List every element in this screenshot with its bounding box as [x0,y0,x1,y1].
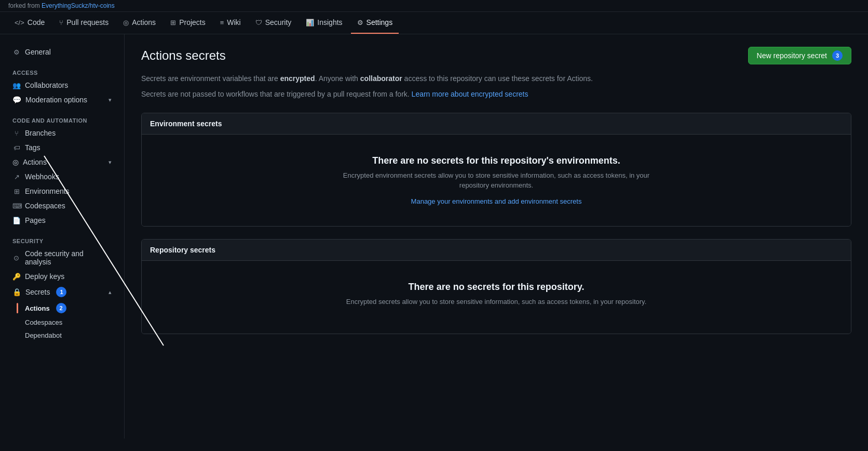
env-secrets-section: Environment secrets There are no secrets… [141,113,851,227]
sidebar-moderation-left: 💬 Moderation options [12,96,87,104]
sidebar-pages-label: Pages [25,216,46,224]
content-header: Actions secrets New repository secret 3 [141,47,851,64]
repo-secrets-section: Repository secrets There are no secrets … [141,239,851,335]
sidebar-secrets-sub-items: Actions 2 Codespaces Dependabot [8,300,116,342]
sidebar-item-environments[interactable]: ⊞ Environments [8,184,116,198]
tab-projects-label: Projects [179,18,206,26]
tab-settings[interactable]: ⚙ Settings [351,12,399,34]
general-icon: ⚙ [12,48,21,56]
tab-wiki[interactable]: ≡ Wiki [214,12,247,34]
sidebar-deploy-keys-label: Deploy keys [25,272,64,281]
repo-secrets-empty-desc: Encrypted secrets allow you to store sen… [341,297,652,307]
sidebar-section-code-automation: Code and automation [8,113,116,126]
repo-secrets-body: There are no secrets for this repository… [142,261,851,334]
tab-pull-requests[interactable]: ⑂ Pull requests [53,12,115,34]
insights-icon: 📊 [306,19,314,26]
forked-bar: forked from EverythingSuckz/htv-coins [0,0,868,12]
tab-code[interactable]: </> Code [8,12,51,34]
sidebar-code-security-label: Code security and analysis [25,249,112,266]
actions-icon: ◎ [123,19,129,26]
tab-security-label: Security [265,18,292,26]
sub-codespaces-label: Codespaces [25,319,62,326]
moderation-icon: 💬 [12,96,21,104]
desc-after1: . Anyone with [315,74,360,83]
sidebar-secrets-label: Secrets [25,288,50,296]
sidebar-item-collaborators[interactable]: 👥 Collaborators [8,78,116,92]
sidebar-item-general[interactable]: ⚙ General [8,45,116,59]
sidebar-item-codespaces[interactable]: ⌨ Codespaces [8,198,116,213]
sidebar: ⚙ General Access 👥 Collaborators 💬 Moder… [0,34,125,439]
env-secrets-link[interactable]: Manage your environments and add environ… [411,197,582,205]
env-secrets-empty-desc: Encrypted environment secrets allow you … [341,170,652,191]
sidebar-actions-left: ◎ Actions [12,158,47,166]
tab-actions-label: Actions [132,18,156,26]
sidebar-general-label: General [25,48,51,56]
sidebar-item-webhooks[interactable]: ↗ Webhooks [8,169,116,184]
tab-projects[interactable]: ⊞ Projects [164,12,212,34]
sidebar-item-moderation[interactable]: 💬 Moderation options ▾ [8,92,116,107]
tab-pull-requests-label: Pull requests [66,18,108,26]
wiki-icon: ≡ [220,19,224,26]
desc-end1: access to this repository can use these … [402,74,593,83]
sidebar-item-deploy-keys[interactable]: 🔑 Deploy keys [8,269,116,284]
sidebar-moderation-label: Moderation options [25,96,87,104]
environments-icon: ⊞ [12,188,21,195]
sidebar-sub-item-dependabot[interactable]: Dependabot [21,329,116,342]
repo-secrets-empty-title: There are no secrets for this repository… [154,282,838,293]
sidebar-item-tags[interactable]: 🏷 Tags [8,140,116,155]
forked-from-link[interactable]: EverythingSuckz/htv-coins [42,2,115,9]
tab-insights[interactable]: 📊 Insights [300,12,348,34]
secrets-badge: 1 [56,287,66,297]
new-secret-button[interactable]: New repository secret 3 [748,47,851,64]
desc-encrypted: encrypted [280,74,315,83]
sidebar-webhooks-label: Webhooks [25,173,59,181]
desc-before1: Secrets are environment variables that a… [141,74,280,83]
projects-icon: ⊞ [170,19,176,26]
learn-more-link[interactable]: Learn more about encrypted secrets [412,90,528,98]
desc-before2: Secrets are not passed to workflows that… [141,90,412,98]
nav-tabs: </> Code ⑂ Pull requests ◎ Actions ⊞ Pro… [0,12,868,34]
tab-security[interactable]: 🛡 Security [249,12,298,34]
env-secrets-body: There are no secrets for this repository… [142,135,851,226]
desc-collaborator: collaborator [360,74,402,83]
sidebar-codespaces-label: Codespaces [25,202,65,210]
sidebar-section-access: Access [8,65,116,78]
sidebar-section-security: Security [8,234,116,246]
tab-wiki-label: Wiki [227,18,240,26]
sidebar-sub-item-codespaces[interactable]: Codespaces [21,316,116,329]
new-secret-badge: 3 [832,50,843,61]
sidebar-actions-label: Actions [23,158,47,166]
description-line1: Secrets are environment variables that a… [141,73,851,84]
sidebar-item-secrets[interactable]: 🔒 Secrets 1 ▴ [8,284,116,300]
sidebar-item-actions[interactable]: ◎ Actions ▾ [8,155,116,169]
codespaces-icon: ⌨ [12,202,21,210]
actions-chevron-icon: ▾ [108,159,112,166]
moderation-chevron-icon: ▾ [108,97,112,103]
tab-actions[interactable]: ◎ Actions [117,12,162,34]
sidebar-sub-item-actions[interactable]: Actions 2 [21,300,116,316]
sidebar-item-branches[interactable]: ⑂ Branches [8,126,116,140]
sidebar-environments-label: Environments [25,187,70,195]
secrets-chevron-icon: ▴ [108,289,112,296]
env-secrets-empty-title: There are no secrets for this repository… [154,155,838,166]
description-line2: Secrets are not passed to workflows that… [141,88,851,100]
tab-code-label: Code [28,18,45,26]
sidebar-branches-label: Branches [25,129,56,137]
sidebar-item-code-security[interactable]: ⊙ Code security and analysis [8,246,116,269]
sidebar-item-pages[interactable]: 📄 Pages [8,213,116,228]
main-layout: ⚙ General Access 👥 Collaborators 💬 Moder… [0,34,868,439]
main-content: Actions secrets New repository secret 3 … [125,34,868,439]
sidebar-tags-label: Tags [25,143,40,152]
webhooks-icon: ↗ [12,173,21,181]
code-icon: </> [15,19,24,26]
tab-settings-label: Settings [367,18,393,26]
sidebar-collaborators-label: Collaborators [25,81,68,89]
tags-icon: 🏷 [12,144,21,152]
forked-from-text: forked from [8,2,42,9]
secrets-icon: 🔒 [12,288,21,296]
security-icon: 🛡 [255,19,262,26]
sub-actions-label: Actions [25,304,50,312]
new-secret-btn-label: New repository secret [757,51,827,60]
collaborators-icon: 👥 [12,82,21,89]
actions-sidebar-icon: ◎ [12,158,19,166]
